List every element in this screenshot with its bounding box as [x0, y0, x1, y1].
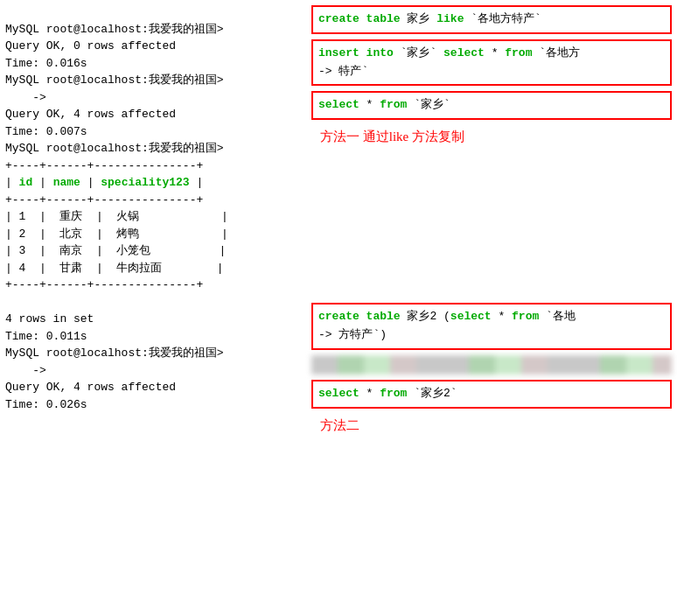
keyword-select-3: select	[450, 310, 492, 323]
keyword-from-1: from	[505, 46, 532, 60]
sql-text-9: 家乡2 (	[401, 310, 450, 323]
table-row-3: | 3 | 南京 | 小笼包 |	[5, 244, 226, 257]
sql-box-2: insert into `家乡` select * from `各地方 -> 特…	[311, 39, 672, 87]
keyword-like: like	[436, 12, 464, 25]
sql-text-13: *	[359, 387, 380, 400]
arrow-2: ->	[5, 364, 53, 377]
keyword-select-4: select	[318, 387, 359, 400]
sql-text-10: *	[492, 310, 512, 323]
blurred-taskbar	[311, 355, 672, 374]
sql-text-8: `家乡`	[407, 98, 450, 111]
keyword-insert: insert into	[318, 46, 394, 60]
table-header: | id | name | speciality123 |	[5, 176, 203, 189]
sql-text-2: `各地方特产`	[464, 12, 541, 25]
sql-box-3: select * from `家乡`	[311, 91, 672, 120]
sql-text-14: `家乡2`	[407, 387, 457, 400]
method-label-1: 方法一 通过like 方法复制	[320, 129, 672, 145]
table-row-2: | 2 | 北京 | 烤鸭 |	[5, 228, 228, 241]
table-row-1: | 1 | 重庆 | 火锅 |	[5, 210, 228, 223]
rows-in-set: 4 rows in set	[5, 312, 94, 326]
sql-text-1: 家乡	[401, 12, 437, 25]
keyword-from-3: from	[512, 310, 539, 323]
table-divider-3: +----+------+---------------+	[5, 278, 203, 291]
sql-text-5: `各地方	[532, 46, 580, 60]
query-ok-1: Query OK, 0 rows affected	[5, 39, 176, 52]
table-row-4: | 4 | 甘肃 | 牛肉拉面 |	[5, 262, 224, 275]
table-divider-2: +----+------+---------------+	[5, 193, 203, 206]
prompt-line-1: MySQL root@localhost:我爱我的祖国>	[5, 23, 224, 36]
time-4: Time: 0.026s	[5, 398, 87, 411]
prompt-line-3: MySQL root@localhost:我爱我的祖国>	[5, 142, 224, 155]
sql-text-12: -> 方特产`)	[318, 328, 387, 341]
sql-text-6: -> 特产`	[318, 65, 368, 78]
time-3: Time: 0.011s	[5, 330, 87, 343]
sql-box-1: create table 家乡 like `各地方特产`	[311, 5, 672, 34]
sql-text-11: `各地	[539, 310, 576, 323]
keyword-create-2: create table	[318, 310, 401, 323]
arrow-1: ->	[5, 91, 53, 104]
prompt-line-4: MySQL root@localhost:我爱我的祖国>	[5, 346, 224, 360]
sql-box-4: create table 家乡2 (select * from `各地 -> 方…	[311, 303, 672, 350]
prompt-line-2: MySQL root@localhost:我爱我的祖国>	[5, 74, 224, 87]
left-terminal: MySQL root@localhost:我爱我的祖国> Query OK, 0…	[0, 0, 306, 616]
table-divider-1: +----+------+---------------+	[5, 159, 203, 172]
time-1: Time: 0.016s	[5, 57, 87, 70]
keyword-select-1: select	[443, 46, 485, 60]
query-ok-3: Query OK, 4 rows affected	[5, 381, 176, 394]
sql-text-3: `家乡`	[394, 46, 443, 60]
keyword-select-2: select	[318, 98, 359, 111]
sql-text-4: *	[485, 46, 505, 60]
keyword-create-1: create table	[318, 12, 401, 25]
right-commands: create table 家乡 like `各地方特产` insert into…	[306, 0, 677, 616]
time-2: Time: 0.007s	[5, 125, 87, 138]
keyword-from-4: from	[380, 387, 407, 400]
sql-box-5: select * from `家乡2`	[311, 380, 672, 409]
sql-text-7: *	[359, 98, 380, 111]
query-ok-2: Query OK, 4 rows affected	[5, 108, 176, 121]
main-container: MySQL root@localhost:我爱我的祖国> Query OK, 0…	[0, 0, 677, 616]
keyword-from-2: from	[380, 98, 407, 111]
method-label-2: 方法二	[320, 417, 672, 434]
